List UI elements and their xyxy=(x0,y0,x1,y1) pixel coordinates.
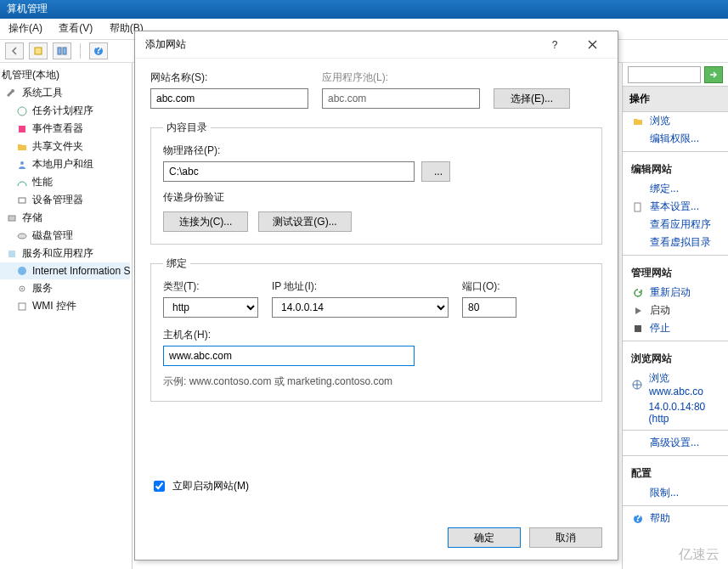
action-browse[interactable]: 浏览 xyxy=(623,112,728,130)
tree-disk-mgmt[interactable]: 磁盘管理 xyxy=(0,227,130,245)
cancel-button[interactable]: 取消 xyxy=(529,527,602,548)
hostname-label: 主机名(H): xyxy=(163,328,590,342)
toolbar-panes-icon[interactable] xyxy=(53,42,71,59)
blank-icon xyxy=(631,236,645,250)
action-start[interactable]: 启动 xyxy=(623,301,728,319)
tree-wmi[interactable]: WMI 控件 xyxy=(0,297,130,315)
actions-config-group: 配置 xyxy=(623,459,728,484)
restart-icon xyxy=(631,286,645,300)
svg-point-14 xyxy=(21,288,23,290)
action-restart[interactable]: 重新启动 xyxy=(623,284,728,301)
toolbar-back-icon[interactable] xyxy=(5,42,24,59)
toolbar-properties-icon[interactable] xyxy=(29,42,48,59)
svg-rect-11 xyxy=(8,251,15,257)
hostname-input[interactable] xyxy=(163,346,415,366)
action-stop[interactable]: 停止 xyxy=(623,319,728,337)
actions-sep xyxy=(623,430,728,431)
disk-icon xyxy=(15,229,29,243)
event-icon xyxy=(15,122,29,136)
tree-local-users[interactable]: 本地用户和组 xyxy=(0,155,130,173)
browse-path-button[interactable]: ... xyxy=(421,161,450,182)
action-view-vdir[interactable]: 查看虚拟目录 xyxy=(623,234,728,251)
device-icon xyxy=(15,194,29,207)
actions-sep xyxy=(623,455,728,456)
svg-rect-9 xyxy=(8,216,15,221)
dialog-body: 网站名称(S): 应用程序池(L): 选择(E)... 内容目录 物理路径(P)… xyxy=(135,59,618,503)
dialog-titlebar[interactable]: 添加网站 ? xyxy=(135,31,618,59)
action-browse-link[interactable]: 浏览 www.abc.co xyxy=(623,369,728,399)
site-name-input[interactable] xyxy=(150,88,308,109)
svg-rect-6 xyxy=(19,126,25,132)
toolbar-separator xyxy=(80,43,81,59)
blank-label xyxy=(494,73,570,85)
tree-system-tools[interactable]: 系统工具 xyxy=(0,84,130,102)
content-directory-legend: 内容目录 xyxy=(163,121,211,135)
address-bar-row xyxy=(623,63,728,87)
connect-as-button[interactable]: 连接为(C)... xyxy=(163,211,248,232)
action-edit-permissions[interactable]: 编辑权限... xyxy=(623,130,728,148)
tree-storage[interactable]: 存储 xyxy=(0,209,130,227)
dialog-title-text: 添加网站 xyxy=(145,37,536,52)
blank-icon xyxy=(631,218,645,232)
ok-button[interactable]: 确定 xyxy=(448,527,521,548)
svg-rect-17 xyxy=(635,325,641,332)
nav-tree[interactable]: 机管理(本地) 系统工具 任务计划程序 事件查看器 共享文件夹 本地用户和组 性… xyxy=(0,63,133,569)
action-view-apps[interactable]: 查看应用程序 xyxy=(623,216,728,234)
actions-browse-site-group: 浏览网站 xyxy=(623,345,728,369)
select-pool-button[interactable]: 选择(E)... xyxy=(494,88,570,109)
window-title-text: 算机管理 xyxy=(7,3,48,14)
toolbar-help-icon[interactable]: ? xyxy=(89,42,108,59)
globe-icon xyxy=(631,378,644,392)
services-apps-icon xyxy=(5,247,19,261)
physical-path-input[interactable] xyxy=(163,161,415,182)
tree-task-scheduler[interactable]: 任务计划程序 xyxy=(0,102,130,120)
action-basic-settings[interactable]: 基本设置... xyxy=(623,198,728,216)
dialog-footer: 确定 取消 xyxy=(448,527,602,548)
action-limits[interactable]: 限制... xyxy=(623,484,728,502)
dialog-close-button[interactable] xyxy=(573,33,611,57)
action-browse-link-sub[interactable]: 14.0.0.14:80 (http xyxy=(623,399,728,426)
menu-action[interactable]: 操作(A) xyxy=(8,22,42,34)
wmi-icon xyxy=(15,300,29,313)
tree-shared-folders[interactable]: 共享文件夹 xyxy=(0,138,130,155)
svg-point-5 xyxy=(18,107,26,115)
tree-services-apps[interactable]: 服务和应用程序 xyxy=(0,245,130,262)
port-input[interactable] xyxy=(462,297,516,318)
actions-sep xyxy=(623,255,728,256)
help-icon: ? xyxy=(631,512,645,526)
actions-sep xyxy=(623,151,728,152)
blank-icon xyxy=(631,183,645,196)
start-now-label: 立即启动网站(M) xyxy=(172,479,249,493)
action-binding[interactable]: 绑定... xyxy=(623,180,728,198)
tree-performance[interactable]: 性能 xyxy=(0,173,130,191)
svg-rect-1 xyxy=(58,48,61,54)
actions-edit-site-group: 编辑网站 xyxy=(623,155,728,180)
tree-root[interactable]: 机管理(本地) xyxy=(0,66,130,84)
passthrough-auth-label: 传递身份验证 xyxy=(163,190,590,205)
menu-view[interactable]: 查看(V) xyxy=(59,22,93,34)
tree-iis[interactable]: Internet Information S xyxy=(0,262,130,279)
svg-rect-16 xyxy=(635,203,641,211)
type-select[interactable]: http xyxy=(163,297,258,318)
ip-select[interactable]: 14.0.0.14 xyxy=(272,297,449,318)
stop-icon xyxy=(631,322,645,335)
test-settings-button[interactable]: 测试设置(G)... xyxy=(258,211,352,232)
svg-point-7 xyxy=(20,161,24,165)
tree-event-viewer[interactable]: 事件查看器 xyxy=(0,120,130,138)
address-box[interactable] xyxy=(628,66,701,83)
action-advanced[interactable]: 高级设置... xyxy=(623,434,728,452)
go-icon[interactable] xyxy=(704,66,723,83)
tree-services[interactable]: 服务 xyxy=(0,279,130,297)
document-icon xyxy=(631,200,645,214)
clock-icon xyxy=(15,104,29,118)
app-pool-label: 应用程序池(L): xyxy=(322,70,480,85)
action-help[interactable]: ? 帮助 xyxy=(623,510,728,527)
content-directory-group: 内容目录 物理路径(P): ... 传递身份验证 连接为(C)... 测试设置(… xyxy=(150,121,602,245)
dialog-help-button[interactable]: ? xyxy=(536,33,573,57)
actions-manage-site-group: 管理网站 xyxy=(623,259,728,284)
tree-device-manager[interactable]: 设备管理器 xyxy=(0,191,130,209)
start-now-checkbox[interactable] xyxy=(154,481,165,492)
storage-icon xyxy=(5,211,19,225)
add-website-dialog: 添加网站 ? 网站名称(S): 应用程序池(L): 选择(E)... 内容目录 xyxy=(134,31,618,561)
svg-rect-2 xyxy=(63,48,66,54)
